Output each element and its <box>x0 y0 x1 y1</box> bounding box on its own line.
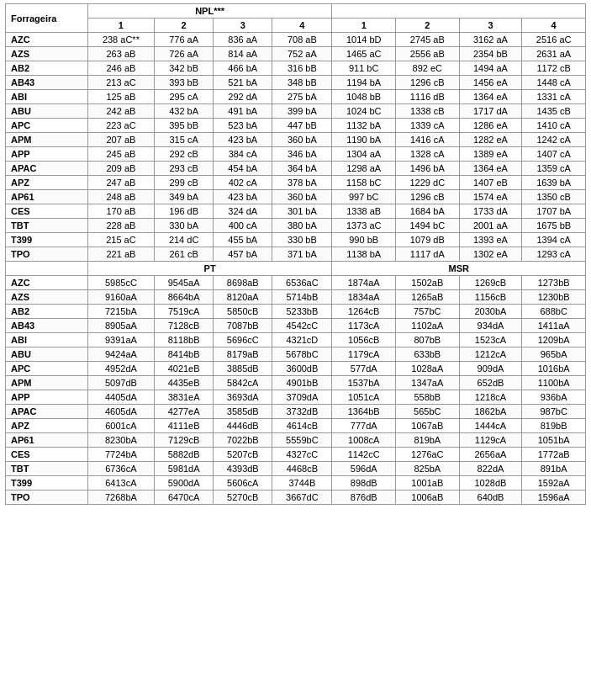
cell: 1411aA <box>522 319 586 333</box>
row-label-pt-ab43: AB43 <box>6 319 88 333</box>
cell: 1209bA <box>522 333 586 347</box>
cell: 1116 dB <box>396 90 460 104</box>
cell: 752 aA <box>272 47 332 61</box>
cell: 1675 bB <box>522 219 586 233</box>
dpp-epoch-1: 1 <box>332 19 396 33</box>
npl-epoch-1: 1 <box>87 19 154 33</box>
cell: 380 bA <box>272 219 332 233</box>
cell: 814 aA <box>214 47 272 61</box>
cell: 7519cA <box>155 305 214 319</box>
cell: 1230bB <box>522 290 586 305</box>
cell: 7215bA <box>87 305 154 319</box>
row-label-apc: APC <box>6 119 88 133</box>
cell: 423 bA <box>214 133 272 147</box>
cell: 1304 aA <box>332 147 396 162</box>
cell: 1024 bC <box>332 104 396 119</box>
table-row: ABU242 aB432 bA491 bA399 bA1024 bC1338 c… <box>6 104 586 119</box>
table-row: APC223 aC395 bB523 bA447 bB1132 bA1339 c… <box>6 119 586 133</box>
cell: 997 bC <box>332 190 396 204</box>
row-label-ap61: AP61 <box>6 190 88 204</box>
cell: 1293 cA <box>522 247 586 262</box>
cell: 2656aA <box>459 448 522 462</box>
cell: 4952dA <box>87 362 154 376</box>
cell: 7129cB <box>155 433 214 448</box>
cell: 1364bB <box>332 405 396 419</box>
cell: 170 aB <box>87 204 154 219</box>
cell: 4021eB <box>155 362 214 376</box>
cell: 822dA <box>459 462 522 476</box>
row-label-t399: T399 <box>6 233 88 247</box>
cell: 3732dB <box>272 405 332 419</box>
cell: 3600dB <box>272 362 332 376</box>
cell: 364 bA <box>272 162 332 176</box>
cell: 1684 bA <box>396 204 460 219</box>
cell: 1218cA <box>459 390 522 405</box>
cell: 1373 aC <box>332 219 396 233</box>
cell: 1117 dA <box>396 247 460 262</box>
cell: 6413cA <box>87 476 154 491</box>
cell: 633bB <box>396 347 460 362</box>
table-row: TPO221 aB261 cB457 bA371 bA1138 bA1117 d… <box>6 247 586 262</box>
cell: 3831eA <box>155 390 214 405</box>
cell: 1212cA <box>459 347 522 362</box>
cell: 3709dA <box>272 390 332 405</box>
cell: 4393dB <box>214 462 272 476</box>
cell: 6470cA <box>155 491 214 505</box>
cell: 1296 cB <box>396 76 460 90</box>
cell: 1194 bA <box>332 76 396 90</box>
cell: 3162 aA <box>459 33 522 47</box>
epocas-label2 <box>6 262 88 276</box>
cell: 207 aB <box>87 133 154 147</box>
row-label-pt-apz: APZ <box>6 419 88 433</box>
pt-msr-section-header-row: PT MSR <box>6 262 586 276</box>
cell: 8905aA <box>87 319 154 333</box>
cell: 315 cA <box>155 133 214 147</box>
row-label-pt-abu: ABU <box>6 347 88 362</box>
cell: 1494 bC <box>396 219 460 233</box>
cell: 1282 eA <box>459 133 522 147</box>
cell: 819bB <box>522 419 586 433</box>
cell: 454 bA <box>214 162 272 176</box>
dpp-epoch-2: 2 <box>396 19 460 33</box>
dpp-epoch-3: 3 <box>459 19 522 33</box>
row-label-ab2: AB2 <box>6 61 88 76</box>
row-label-pt-azc: AZC <box>6 276 88 290</box>
cell: 6736cA <box>87 462 154 476</box>
cell: 1328 cA <box>396 147 460 162</box>
cell: 1350 cB <box>522 190 586 204</box>
cell: 1158 bC <box>332 176 396 190</box>
cell: 491 bA <box>214 104 272 119</box>
cell: 891bA <box>522 462 586 476</box>
cell: 1394 cA <box>522 233 586 247</box>
cell: 5233bB <box>272 305 332 319</box>
row-label-tpo: TPO <box>6 247 88 262</box>
cell: 4111eB <box>155 419 214 433</box>
cell: 1639 bA <box>522 176 586 190</box>
table-row: AB27215bA7519cA5850cB5233bB1264cB757bC20… <box>6 305 586 319</box>
cell: 1465 aC <box>332 47 396 61</box>
cell: 1079 dB <box>396 233 460 247</box>
row-label-tbt: TBT <box>6 219 88 233</box>
cell: 1302 eA <box>459 247 522 262</box>
cell: 447 bB <box>272 119 332 133</box>
cell: 652dB <box>459 376 522 390</box>
cell: 2354 bB <box>459 47 522 61</box>
cell: 1173cA <box>332 319 396 333</box>
cell: 5981dA <box>155 462 214 476</box>
cell: 8230bA <box>87 433 154 448</box>
cell: 1051bA <box>522 433 586 448</box>
cell: 990 bB <box>332 233 396 247</box>
cell: 1273bB <box>522 276 586 290</box>
cell: 2030bA <box>459 305 522 319</box>
row-label-pt-apc: APC <box>6 362 88 376</box>
table-row: ABI9391aA8118bB5696cC4321cD1056cB807bB15… <box>6 333 586 347</box>
cell: 1276aC <box>396 448 460 462</box>
cell: 7087bB <box>214 319 272 333</box>
cell: 125 aB <box>87 90 154 104</box>
cell: 1456 eA <box>459 76 522 90</box>
cell: 777dA <box>332 419 396 433</box>
row-label-app: APP <box>6 147 88 162</box>
table-row: AZC238 aC**776 aA836 aA708 aB1014 bD2745… <box>6 33 586 47</box>
cell: 9160aA <box>87 290 154 305</box>
cell: 1338 aB <box>332 204 396 219</box>
